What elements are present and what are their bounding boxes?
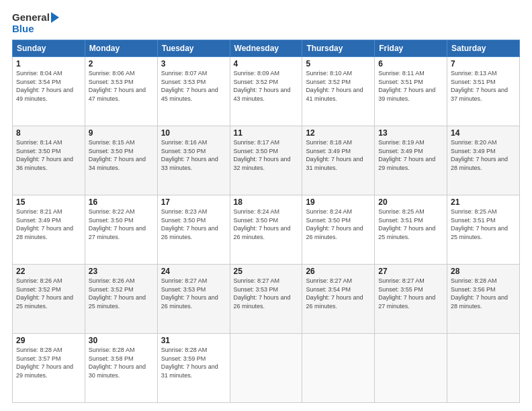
day-info: Sunrise: 8:11 AMSunset: 3:51 PMDaylight:… [378,69,443,103]
day-info: Sunrise: 8:27 AMSunset: 3:55 PMDaylight:… [378,277,443,310]
col-header-thursday: Thursday [302,40,375,57]
calendar-cell: 28Sunrise: 8:28 AMSunset: 3:56 PMDayligh… [447,265,520,334]
day-number: 5 [306,59,371,68]
logo-general: General [12,12,50,24]
logo-arrow-icon [51,12,59,23]
calendar-cell: 18Sunrise: 8:24 AMSunset: 3:50 PMDayligh… [230,195,302,265]
calendar-cell: 20Sunrise: 8:25 AMSunset: 3:51 PMDayligh… [375,195,447,265]
day-number: 17 [161,197,226,207]
day-number: 28 [451,267,516,276]
calendar-cell: 31Sunrise: 8:28 AMSunset: 3:59 PMDayligh… [157,334,230,403]
day-number: 24 [161,267,226,276]
day-info: Sunrise: 8:07 AMSunset: 3:53 PMDaylight:… [161,69,226,103]
calendar-cell: 21Sunrise: 8:25 AMSunset: 3:51 PMDayligh… [447,195,520,265]
calendar-cell: 14Sunrise: 8:20 AMSunset: 3:49 PMDayligh… [447,126,520,195]
calendar-page: General Blue SundayMondayTuesdayWednesda… [0,0,532,411]
calendar-cell: 12Sunrise: 8:18 AMSunset: 3:49 PMDayligh… [302,126,375,195]
day-info: Sunrise: 8:26 AMSunset: 3:52 PMDaylight:… [16,277,81,310]
day-number: 21 [451,197,516,207]
col-header-friday: Friday [375,40,447,57]
day-info: Sunrise: 8:14 AMSunset: 3:50 PMDaylight:… [16,138,81,172]
day-info: Sunrise: 8:19 AMSunset: 3:49 PMDaylight:… [378,138,443,172]
day-number: 8 [16,128,81,138]
calendar-cell: 3Sunrise: 8:07 AMSunset: 3:53 PMDaylight… [157,57,230,126]
calendar-cell: 1Sunrise: 8:04 AMSunset: 3:54 PMDaylight… [13,57,85,126]
calendar-cell [302,334,375,403]
calendar-cell: 10Sunrise: 8:16 AMSunset: 3:50 PMDayligh… [157,126,230,195]
day-info: Sunrise: 8:28 AMSunset: 3:59 PMDaylight:… [161,346,226,379]
week-row-5: 29Sunrise: 8:28 AMSunset: 3:57 PMDayligh… [13,334,520,403]
day-info: Sunrise: 8:04 AMSunset: 3:54 PMDaylight:… [16,69,81,103]
calendar-cell: 13Sunrise: 8:19 AMSunset: 3:49 PMDayligh… [375,126,447,195]
calendar-cell: 27Sunrise: 8:27 AMSunset: 3:55 PMDayligh… [375,265,447,334]
day-number: 30 [89,336,154,345]
day-number: 22 [16,267,81,276]
day-number: 27 [378,267,443,276]
day-info: Sunrise: 8:25 AMSunset: 3:51 PMDaylight:… [378,208,443,241]
calendar-cell: 8Sunrise: 8:14 AMSunset: 3:50 PMDaylight… [13,126,85,195]
week-row-3: 15Sunrise: 8:21 AMSunset: 3:49 PMDayligh… [13,195,520,265]
day-info: Sunrise: 8:20 AMSunset: 3:49 PMDaylight:… [451,138,516,172]
day-info: Sunrise: 8:13 AMSunset: 3:51 PMDaylight:… [451,69,516,103]
day-number: 23 [89,267,154,276]
day-info: Sunrise: 8:22 AMSunset: 3:50 PMDaylight:… [89,208,154,241]
calendar-table: SundayMondayTuesdayWednesdayThursdayFrid… [12,40,520,403]
day-info: Sunrise: 8:28 AMSunset: 3:57 PMDaylight:… [16,346,81,379]
calendar-cell: 15Sunrise: 8:21 AMSunset: 3:49 PMDayligh… [13,195,85,265]
day-info: Sunrise: 8:09 AMSunset: 3:52 PMDaylight:… [234,69,299,103]
day-number: 18 [234,197,299,207]
week-row-2: 8Sunrise: 8:14 AMSunset: 3:50 PMDaylight… [13,126,520,195]
day-number: 19 [306,197,371,207]
day-number: 31 [161,336,226,345]
calendar-cell: 9Sunrise: 8:15 AMSunset: 3:50 PMDaylight… [85,126,157,195]
calendar-cell: 2Sunrise: 8:06 AMSunset: 3:53 PMDaylight… [85,57,157,126]
day-info: Sunrise: 8:23 AMSunset: 3:50 PMDaylight:… [161,208,226,241]
calendar-cell: 23Sunrise: 8:26 AMSunset: 3:52 PMDayligh… [85,265,157,334]
day-number: 16 [89,197,154,207]
calendar-cell [375,334,447,403]
col-header-wednesday: Wednesday [230,40,302,57]
day-info: Sunrise: 8:26 AMSunset: 3:52 PMDaylight:… [89,277,154,310]
day-info: Sunrise: 8:27 AMSunset: 3:53 PMDaylight:… [161,277,226,310]
calendar-cell: 19Sunrise: 8:24 AMSunset: 3:50 PMDayligh… [302,195,375,265]
week-row-4: 22Sunrise: 8:26 AMSunset: 3:52 PMDayligh… [13,265,520,334]
day-info: Sunrise: 8:25 AMSunset: 3:51 PMDaylight:… [451,208,516,241]
logo-blue: Blue [12,24,34,35]
day-info: Sunrise: 8:24 AMSunset: 3:50 PMDaylight:… [306,208,371,241]
day-number: 26 [306,267,371,276]
day-info: Sunrise: 8:18 AMSunset: 3:49 PMDaylight:… [306,138,371,172]
calendar-cell: 25Sunrise: 8:27 AMSunset: 3:53 PMDayligh… [230,265,302,334]
calendar-cell: 6Sunrise: 8:11 AMSunset: 3:51 PMDaylight… [375,57,447,126]
day-number: 6 [378,59,443,68]
day-info: Sunrise: 8:15 AMSunset: 3:50 PMDaylight:… [89,138,154,172]
day-number: 2 [89,59,154,68]
col-header-monday: Monday [85,40,157,57]
day-number: 11 [234,128,299,138]
calendar-cell: 16Sunrise: 8:22 AMSunset: 3:50 PMDayligh… [85,195,157,265]
day-number: 15 [16,197,81,207]
calendar-cell: 11Sunrise: 8:17 AMSunset: 3:50 PMDayligh… [230,126,302,195]
day-info: Sunrise: 8:28 AMSunset: 3:58 PMDaylight:… [89,346,154,379]
day-number: 10 [161,128,226,138]
logo: General Blue [12,12,59,34]
week-row-1: 1Sunrise: 8:04 AMSunset: 3:54 PMDaylight… [13,57,520,126]
day-number: 7 [451,59,516,68]
calendar-cell: 29Sunrise: 8:28 AMSunset: 3:57 PMDayligh… [13,334,85,403]
day-number: 3 [161,59,226,68]
day-number: 9 [89,128,154,138]
day-info: Sunrise: 8:28 AMSunset: 3:56 PMDaylight:… [451,277,516,310]
calendar-cell: 22Sunrise: 8:26 AMSunset: 3:52 PMDayligh… [13,265,85,334]
day-info: Sunrise: 8:17 AMSunset: 3:50 PMDaylight:… [234,138,299,172]
day-info: Sunrise: 8:27 AMSunset: 3:53 PMDaylight:… [234,277,299,310]
col-header-saturday: Saturday [447,40,520,57]
day-number: 25 [234,267,299,276]
col-header-tuesday: Tuesday [157,40,230,57]
day-info: Sunrise: 8:24 AMSunset: 3:50 PMDaylight:… [234,208,299,241]
calendar-cell [447,334,520,403]
calendar-cell [230,334,302,403]
col-header-sunday: Sunday [13,40,85,57]
day-number: 13 [378,128,443,138]
calendar-cell: 30Sunrise: 8:28 AMSunset: 3:58 PMDayligh… [85,334,157,403]
day-info: Sunrise: 8:27 AMSunset: 3:54 PMDaylight:… [306,277,371,310]
calendar-header-row: SundayMondayTuesdayWednesdayThursdayFrid… [13,40,520,57]
